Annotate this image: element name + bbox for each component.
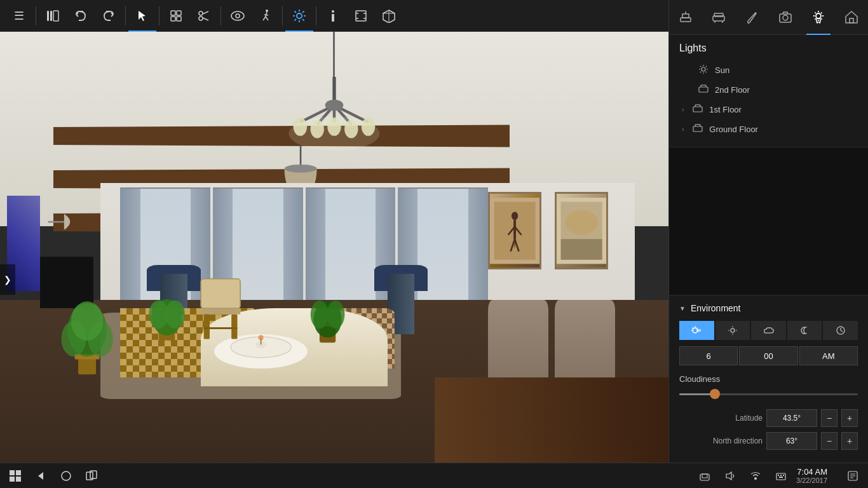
tab-camera[interactable] <box>773 0 797 35</box>
svg-point-49 <box>325 100 344 111</box>
time-btn-cloudy[interactable] <box>751 321 786 340</box>
svg-point-13 <box>236 14 240 18</box>
notifications-action-center[interactable] <box>843 466 863 486</box>
svg-line-24 <box>295 11 296 12</box>
svg-rect-132 <box>693 107 702 112</box>
svg-rect-96 <box>682 14 689 18</box>
time-hour-box[interactable]: 6 <box>679 346 738 365</box>
volume-icon[interactable] <box>720 466 740 486</box>
multitask-button[interactable] <box>81 466 102 486</box>
status-time: 7:04 AM 3/22/2017 <box>796 467 827 484</box>
svg-rect-29 <box>332 14 334 22</box>
svg-line-164 <box>733 476 734 478</box>
select-icon[interactable] <box>128 0 156 32</box>
tab-paint[interactable] <box>740 0 764 35</box>
light-item-2nd-floor[interactable]: 2nd Floor <box>679 80 858 100</box>
redo-icon[interactable] <box>95 0 123 32</box>
svg-point-19 <box>297 13 302 18</box>
viewport[interactable]: ❯ <box>0 32 668 464</box>
keyboard-icon[interactable] <box>771 466 791 486</box>
svg-rect-155 <box>16 477 21 482</box>
time-btn-sunny[interactable] <box>715 321 750 340</box>
info-icon[interactable] <box>319 0 347 32</box>
svg-line-112 <box>821 12 822 13</box>
svg-rect-93 <box>231 315 237 339</box>
tab-furniture[interactable] <box>707 0 731 35</box>
environment-header[interactable]: ▼ Environment <box>679 303 858 313</box>
frame-icon[interactable] <box>347 0 375 32</box>
svg-line-124 <box>700 66 701 67</box>
objects-icon[interactable] <box>162 0 190 32</box>
tab-house[interactable] <box>839 0 864 35</box>
network-icon[interactable] <box>745 466 766 486</box>
lights-section: Lights Sun 2nd Floor › 1st Floor <box>669 35 868 147</box>
windows-start-button[interactable] <box>5 466 25 486</box>
home-circle-button[interactable] <box>56 466 76 486</box>
svg-rect-30 <box>356 11 366 21</box>
svg-line-110 <box>815 12 815 13</box>
latitude-minus-btn[interactable]: − <box>821 409 837 427</box>
svg-rect-0 <box>47 11 49 21</box>
svg-marker-3 <box>139 11 146 21</box>
north-direction-input[interactable]: 63° <box>766 432 817 450</box>
light-item-1st-floor[interactable]: › 1st Floor <box>679 100 858 119</box>
svg-line-151 <box>841 330 843 332</box>
light-item-sun[interactable]: Sun <box>679 60 858 80</box>
svg-rect-5 <box>177 11 181 15</box>
potted-plant-small <box>147 282 187 342</box>
left-nav-button[interactable]: ❯ <box>0 264 15 295</box>
cube-icon[interactable] <box>375 0 403 32</box>
undo-icon[interactable] <box>67 0 95 32</box>
north-direction-plus-btn[interactable]: + <box>841 432 858 450</box>
svg-point-165 <box>754 477 757 480</box>
latitude-row: Latitude 43.5° − + <box>679 409 858 427</box>
tab-build[interactable] <box>674 0 698 35</box>
latitude-input[interactable]: 43.5° <box>766 409 817 427</box>
painting-right2 <box>555 192 608 269</box>
scissors-icon[interactable] <box>190 0 218 32</box>
painting-right1 <box>488 192 541 269</box>
svg-line-126 <box>706 66 707 67</box>
slider-thumb[interactable] <box>710 389 720 399</box>
svg-point-119 <box>702 67 705 71</box>
right-panel: Lights Sun 2nd Floor › 1st Floor <box>668 0 868 463</box>
potted-plant-medium <box>308 282 348 347</box>
environment-title: Environment <box>691 303 741 313</box>
cloudiness-slider[interactable] <box>679 389 858 399</box>
menu-icon[interactable]: ☰ <box>5 0 33 32</box>
svg-line-26 <box>302 11 304 12</box>
walk-icon[interactable] <box>252 0 280 32</box>
light-item-ground-floor[interactable]: › Ground Floor <box>679 119 858 139</box>
svg-rect-99 <box>714 13 723 17</box>
sun-top-icon[interactable] <box>285 0 313 32</box>
time-btn-partly-cloudy[interactable] <box>679 321 714 340</box>
eye-icon[interactable] <box>224 0 252 32</box>
svg-line-10 <box>203 11 208 14</box>
north-direction-minus-btn[interactable]: − <box>821 432 837 450</box>
tab-lights[interactable] <box>806 0 831 35</box>
notification-icon[interactable] <box>695 466 715 486</box>
latitude-plus-btn[interactable]: + <box>841 409 858 427</box>
library-icon[interactable] <box>39 0 67 32</box>
svg-rect-91 <box>201 308 240 314</box>
svg-marker-117 <box>846 11 857 23</box>
svg-point-65 <box>565 210 598 234</box>
svg-rect-90 <box>201 279 240 309</box>
svg-point-52 <box>285 165 317 173</box>
panel-icon-bar <box>669 0 868 35</box>
svg-rect-128 <box>699 87 708 92</box>
time-btn-clock[interactable] <box>823 321 858 340</box>
chandelier-rod <box>333 32 335 77</box>
toolbar-separator-2 <box>125 6 126 25</box>
svg-line-15 <box>266 12 267 17</box>
cloudiness-label: Cloudiness <box>679 374 858 384</box>
expand-icon-1st: › <box>682 106 684 113</box>
time-period-box[interactable]: AM <box>799 346 858 365</box>
back-button[interactable] <box>31 466 51 486</box>
panel-spacer <box>669 147 868 295</box>
svg-rect-7 <box>177 17 181 21</box>
time-minute-box[interactable]: 00 <box>739 346 797 365</box>
time-btn-night[interactable] <box>787 321 822 340</box>
svg-line-113 <box>815 18 815 19</box>
svg-marker-156 <box>38 472 43 480</box>
